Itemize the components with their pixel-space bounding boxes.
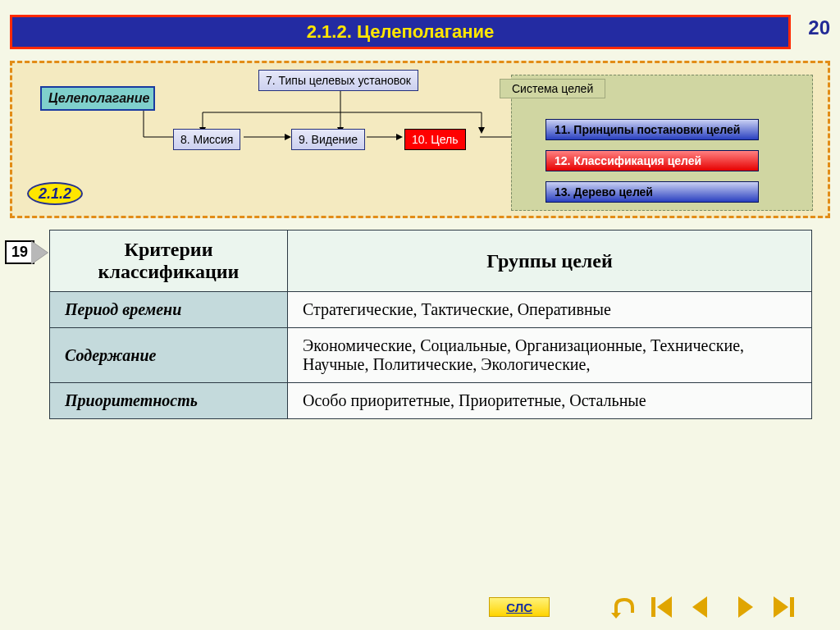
- node-7-types[interactable]: 7. Типы целевых установок: [258, 70, 418, 91]
- cell-criterion: Приоритетность: [50, 383, 288, 419]
- first-icon[interactable]: [651, 596, 676, 618]
- svg-marker-11: [285, 134, 291, 140]
- page-number: 20: [808, 16, 830, 39]
- prev-icon[interactable]: [691, 596, 715, 618]
- node-9-vision[interactable]: 9. Видение: [291, 129, 365, 150]
- footer-nav: СЛС: [0, 596, 840, 619]
- node-root[interactable]: Целеполагание: [40, 86, 155, 111]
- title-text: 2.1.2. Целеполагание: [307, 21, 495, 43]
- classification-table-wrap: 19 Критерии классификации Группы целей П…: [49, 230, 812, 419]
- th-groups: Группы целей: [288, 231, 812, 292]
- table-row: Содержание Экономические, Социальные, Ор…: [50, 328, 812, 383]
- node-11-principles[interactable]: 11. Принципы постановки целей: [546, 119, 759, 140]
- node-13-tree[interactable]: 13. Дерево целей: [546, 181, 759, 203]
- prev-page-badge[interactable]: 19: [5, 240, 34, 264]
- cell-groups: Особо приоритетные, Приоритетные, Осталь…: [288, 383, 812, 419]
- diagram-area: Целеполагание 7. Типы целевых установок …: [10, 61, 830, 218]
- prev-arrow-icon: [31, 241, 48, 264]
- cell-groups: Стратегические, Тактические, Оперативные: [288, 292, 812, 328]
- sls-button[interactable]: СЛС: [489, 597, 550, 617]
- svg-marker-13: [396, 134, 403, 140]
- node-10-goal[interactable]: 10. Цель: [404, 129, 466, 150]
- last-icon[interactable]: [769, 596, 794, 618]
- node-12-classification[interactable]: 12. Классификация целей: [546, 150, 759, 171]
- node-8-mission[interactable]: 8. Миссия: [173, 129, 240, 150]
- cell-criterion: Содержание: [50, 328, 288, 383]
- classification-table: Критерии классификации Группы целей Пери…: [49, 230, 812, 419]
- goals-system-label: Система целей: [500, 79, 605, 98]
- title-bar: 2.1.2. Целеполагание: [10, 15, 791, 49]
- svg-marker-9: [478, 127, 485, 134]
- table-row: Приоритетность Особо приоритетные, Приор…: [50, 383, 812, 419]
- section-badge[interactable]: 2.1.2: [27, 182, 83, 205]
- th-criteria: Критерии классификации: [50, 231, 288, 292]
- undo-icon[interactable]: [609, 596, 637, 619]
- next-icon[interactable]: [730, 596, 755, 618]
- cell-groups: Экономические, Социальные, Организационн…: [288, 328, 812, 383]
- svg-marker-22: [611, 613, 621, 619]
- cell-criterion: Период времени: [50, 292, 288, 328]
- table-row: Период времени Стратегические, Тактическ…: [50, 292, 812, 328]
